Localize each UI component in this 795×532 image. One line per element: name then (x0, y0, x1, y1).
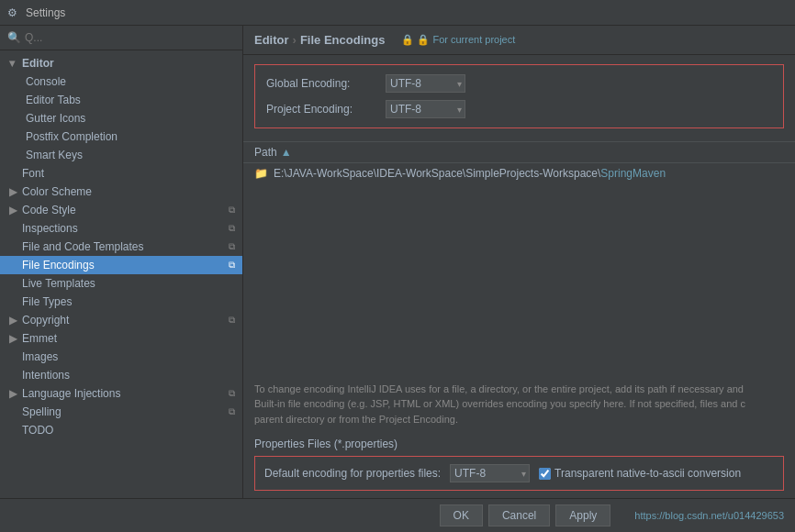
content-panel: Editor › File Encodings 🔒 🔒 For current … (243, 26, 795, 498)
settings-tree: ▾ Editor Console Editor Tabs Gutter Icon… (0, 50, 242, 498)
search-input[interactable] (25, 31, 235, 44)
sidebar-item-emmet[interactable]: ▶ Emmet (0, 329, 242, 348)
emmet-arrow: ▶ (9, 332, 20, 345)
sidebar-item-postfix-completion[interactable]: Postfix Completion (0, 127, 242, 146)
cancel-button[interactable]: Cancel (488, 504, 550, 526)
path-value: E:\JAVA-WorkSpace\IDEA-WorkSpace\SimpleP… (274, 167, 666, 180)
sidebar-item-file-types[interactable]: ▶ File Types (0, 293, 242, 311)
sidebar-item-editor-tabs[interactable]: Editor Tabs (0, 91, 242, 109)
title-bar-text: Settings (26, 6, 65, 19)
global-encoding-select-wrap[interactable]: UTF-8 UTF-16 ISO-8859-1 (386, 74, 465, 93)
bottom-bar: OK Cancel Apply https://blog.csdn.net/u0… (0, 498, 795, 532)
path-highlight: SpringMaven (600, 167, 666, 180)
sidebar-item-code-style[interactable]: ▶ Code Style ⧉ (0, 201, 242, 219)
copy-icon: ⧉ (229, 205, 235, 216)
transparent-checkbox[interactable] (539, 468, 551, 480)
title-bar: ⚙ Settings (0, 0, 795, 26)
sidebar-item-todo[interactable]: ▶ TODO (0, 421, 242, 439)
global-encoding-select[interactable]: UTF-8 UTF-16 ISO-8859-1 (386, 74, 465, 93)
search-icon: 🔍 (7, 31, 21, 44)
sidebar-item-spelling[interactable]: ▶ Spelling ⧉ (0, 403, 242, 421)
file-encodings-icon: ⧉ (229, 260, 235, 271)
breadcrumb-current: File Encodings (300, 33, 385, 47)
info-text: To change encoding IntelliJ IDEA uses fo… (254, 383, 745, 425)
properties-section: Properties Files (*.properties) Default … (254, 438, 784, 491)
sidebar-item-color-scheme[interactable]: ▶ Color Scheme (0, 183, 242, 201)
properties-label: Properties Files (*.properties) (254, 438, 784, 450)
transparent-checkbox-wrap[interactable]: Transparent native-to-ascii conversion (539, 467, 741, 480)
sidebar-item-copyright[interactable]: ▶ Copyright ⧉ (0, 311, 242, 329)
project-encoding-select[interactable]: UTF-8 UTF-16 ISO-8859-1 (386, 100, 465, 118)
default-encoding-select[interactable]: UTF-8 UTF-16 ISO-8859-1 (450, 464, 530, 482)
project-encoding-row: Project Encoding: UTF-8 UTF-16 ISO-8859-… (266, 100, 772, 118)
sidebar-item-file-code-templates[interactable]: ▶ File and Code Templates ⧉ (0, 238, 242, 256)
project-encoding-label: Project Encoding: (266, 103, 376, 116)
spelling-icon: ⧉ (229, 406, 235, 417)
copyright-arrow: ▶ (9, 314, 20, 327)
sidebar: 🔍 ▾ Editor Console Editor Tabs Gutter Ic… (0, 26, 243, 498)
apply-button[interactable]: Apply (555, 504, 610, 526)
watermark: https://blog.csdn.net/u014429653 (634, 510, 784, 521)
sort-asc-icon: ▲ (281, 146, 292, 159)
sidebar-item-images[interactable]: ▶ Images (0, 348, 242, 366)
path-table: Path ▲ 📁 E:\JAVA-WorkSpace\IDEA-WorkSpac… (243, 141, 795, 183)
sidebar-item-console[interactable]: Console (0, 72, 242, 91)
info-section: To change encoding IntelliJ IDEA uses fo… (254, 382, 784, 427)
sidebar-item-file-encodings[interactable]: ▶ File Encodings ⧉ (0, 256, 242, 274)
sidebar-item-language-injections[interactable]: ▶ Language Injections ⧉ (0, 384, 242, 403)
lock-icon: 🔒 (401, 34, 414, 46)
settings-dialog: 🔍 ▾ Editor Console Editor Tabs Gutter Ic… (0, 26, 795, 532)
copyright-icon: ⧉ (229, 315, 235, 326)
content-header: Editor › File Encodings 🔒 🔒 For current … (243, 26, 795, 55)
default-encoding-select-wrap[interactable]: UTF-8 UTF-16 ISO-8859-1 (450, 464, 530, 482)
sidebar-item-inspections[interactable]: ▶ Inspections ⧉ (0, 219, 242, 238)
file-code-icon: ⧉ (229, 241, 235, 252)
sidebar-item-intentions[interactable]: ▶ Intentions (0, 366, 242, 384)
global-encoding-label: Global Encoding: (266, 77, 376, 90)
folder-icon: 📁 (254, 167, 268, 180)
transparent-label: Transparent native-to-ascii conversion (554, 467, 741, 480)
color-scheme-arrow: ▶ (9, 185, 20, 198)
sidebar-item-font[interactable]: ▶ Font (0, 164, 242, 183)
sidebar-item-gutter-icons[interactable]: Gutter Icons (0, 109, 242, 127)
properties-row: Default encoding for properties files: U… (254, 456, 784, 491)
search-box[interactable]: 🔍 (0, 26, 242, 50)
lang-inject-icon: ⧉ (229, 388, 235, 399)
path-table-header: Path ▲ (243, 142, 795, 163)
content-body: Global Encoding: UTF-8 UTF-16 ISO-8859-1… (243, 55, 795, 498)
encoding-section: Global Encoding: UTF-8 UTF-16 ISO-8859-1… (254, 64, 784, 128)
ok-button[interactable]: OK (440, 504, 483, 526)
breadcrumb: Editor › File Encodings (254, 33, 385, 47)
path-row: 📁 E:\JAVA-WorkSpace\IDEA-WorkSpace\Simpl… (243, 163, 795, 183)
breadcrumb-parent: Editor (254, 33, 289, 47)
arrow-icon: ▾ (9, 57, 20, 70)
breadcrumb-sep: › (293, 33, 297, 47)
code-style-arrow: ▶ (9, 204, 20, 216)
inspections-icon: ⧉ (229, 223, 235, 234)
sidebar-item-live-templates[interactable]: ▶ Live Templates (0, 274, 242, 293)
settings-icon: ⚙ (7, 6, 20, 19)
project-encoding-select-wrap[interactable]: UTF-8 UTF-16 ISO-8859-1 (386, 100, 465, 118)
for-project-label: 🔒 🔒 For current project (401, 34, 515, 46)
sidebar-item-editor[interactable]: ▾ Editor (0, 54, 242, 72)
lang-inject-arrow: ▶ (9, 387, 20, 400)
path-column-header: Path ▲ (254, 146, 292, 159)
dialog-body: 🔍 ▾ Editor Console Editor Tabs Gutter Ic… (0, 26, 795, 498)
sidebar-item-smart-keys[interactable]: Smart Keys (0, 146, 242, 164)
global-encoding-row: Global Encoding: UTF-8 UTF-16 ISO-8859-1 (266, 74, 772, 93)
default-encoding-label: Default encoding for properties files: (264, 467, 441, 480)
